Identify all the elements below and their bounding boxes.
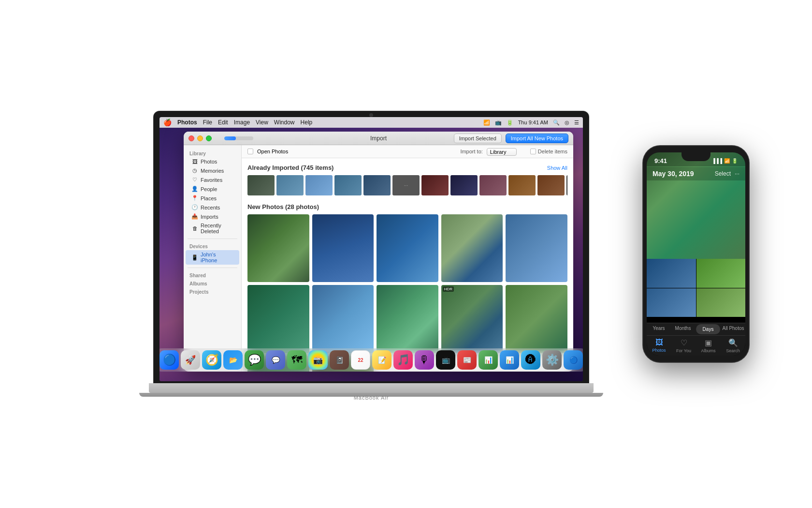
- close-button[interactable]: [188, 135, 194, 141]
- maximize-button[interactable]: [206, 135, 212, 141]
- sidebar-item-iphone[interactable]: 📱 John's iPhone: [186, 250, 239, 265]
- iphone-nav-foryou[interactable]: ♡ For You: [671, 336, 696, 356]
- sidebar-item-imports[interactable]: 📥 Imports: [186, 212, 239, 221]
- import-to-select[interactable]: Library: [487, 148, 517, 156]
- siri-icon[interactable]: ◎: [565, 120, 569, 126]
- iphone-view-tabs: Years Months Days All Photos: [647, 323, 745, 336]
- app-menu-photos[interactable]: Photos: [177, 119, 197, 126]
- dock-finder[interactable]: 🔵: [160, 350, 179, 370]
- sidebar-item-photos[interactable]: 🖼 Photos: [186, 157, 239, 166]
- iphone-tab-days[interactable]: Days: [696, 324, 720, 334]
- search-icon[interactable]: 🔍: [553, 120, 560, 126]
- sidebar-divider-1: [188, 239, 237, 239]
- iphone-battery-icon: 🔋: [732, 158, 738, 164]
- iphone-nav-albums-icon: ▣: [705, 338, 712, 347]
- iphone-select-button[interactable]: Select: [715, 170, 731, 177]
- import-all-button[interactable]: Import All New Photos: [506, 134, 568, 143]
- new-photo-3[interactable]: [377, 214, 438, 282]
- sidebar-item-recently-deleted[interactable]: 🗑 Recently Deleted: [186, 221, 239, 236]
- apple-menu[interactable]: 🍎: [163, 119, 172, 126]
- strip-photo-10[interactable]: [508, 175, 536, 195]
- iphone-grid-photo-3[interactable]: [647, 288, 696, 317]
- iphone-photo-grid: [647, 259, 745, 317]
- dock-notes[interactable]: 📝: [372, 350, 392, 370]
- strip-photo-12[interactable]: [566, 175, 567, 195]
- dock-photos-files[interactable]: 📂: [223, 350, 243, 370]
- dock-appstore[interactable]: 🅐: [521, 350, 540, 370]
- new-photo-10[interactable]: [506, 285, 567, 353]
- dock-numbers[interactable]: 📊: [478, 350, 498, 370]
- minimize-button[interactable]: [197, 135, 203, 141]
- menu-view[interactable]: View: [256, 119, 268, 126]
- menu-window[interactable]: Window: [274, 119, 295, 126]
- iphone-tab-months[interactable]: Months: [671, 323, 695, 335]
- iphone-grid-photo-1[interactable]: [647, 259, 696, 288]
- iphone-bottom-tabs: Years Months Days All Photos 🖼 Photos ♡ …: [647, 323, 745, 356]
- new-photo-5[interactable]: [506, 214, 567, 282]
- sidebar-item-recents[interactable]: 🕐 Recents: [186, 203, 239, 212]
- new-photo-1[interactable]: [247, 214, 309, 282]
- strip-photo-6[interactable]: ···: [392, 175, 420, 195]
- new-photo-9[interactable]: HDR: [441, 285, 503, 353]
- menu-items: Photos File Edit Image View Window Help: [177, 119, 312, 126]
- iphone-grid-photo-2[interactable]: [696, 259, 746, 288]
- sidebar-label-photos: Photos: [201, 159, 217, 164]
- menu-help[interactable]: Help: [301, 119, 313, 126]
- iphone-tab-all-photos[interactable]: All Photos: [721, 323, 745, 335]
- dock-music[interactable]: 🎵: [393, 350, 413, 370]
- menu-file[interactable]: File: [203, 119, 212, 126]
- new-photo-4[interactable]: [441, 214, 503, 282]
- dock-control[interactable]: 🔵: [564, 350, 583, 370]
- strip-photo-3[interactable]: [305, 175, 333, 195]
- iphone-nav-albums[interactable]: ▣ Albums: [696, 336, 721, 356]
- open-photos-row: Open Photos Import to: Library Delete: [242, 145, 573, 158]
- iphone-nav-photos[interactable]: 🖼 Photos: [647, 336, 671, 356]
- dock-news[interactable]: 📰: [457, 350, 477, 370]
- strip-photo-2[interactable]: [276, 175, 304, 195]
- dock-settings[interactable]: ⚙️: [542, 350, 562, 370]
- new-photo-8[interactable]: [377, 285, 438, 353]
- menubar: 🍎 Photos File Edit Image View Window Hel…: [160, 117, 583, 128]
- sidebar-item-people[interactable]: 👤 People: [186, 184, 239, 194]
- new-photo-2[interactable]: [312, 214, 374, 282]
- dock-podcasts[interactable]: 🎙: [415, 350, 434, 370]
- strip-photo-7[interactable]: [421, 175, 449, 195]
- delete-items-checkbox[interactable]: [530, 149, 536, 154]
- dock-safari[interactable]: 🧭: [202, 350, 221, 370]
- new-photos-header: New Photos (28 photos): [247, 203, 567, 210]
- menu-icon[interactable]: ☰: [574, 120, 579, 126]
- strip-photo-4[interactable]: [334, 175, 362, 195]
- dock-discord[interactable]: 💬: [266, 350, 285, 370]
- dock-maps[interactable]: 🗺: [287, 350, 306, 370]
- dock-calendar[interactable]: 22: [351, 350, 370, 370]
- new-photo-6[interactable]: [247, 285, 309, 353]
- dock-photos[interactable]: 📷: [308, 350, 328, 370]
- strip-photo-11[interactable]: [537, 175, 565, 195]
- strip-photo-8[interactable]: [450, 175, 478, 195]
- projects-section-label: Projects: [184, 287, 241, 296]
- iphone-more-button[interactable]: ···: [735, 170, 740, 177]
- strip-photo-9[interactable]: [479, 175, 507, 195]
- iphone-notch: [682, 152, 710, 161]
- sidebar-item-memories[interactable]: ◷ Memories: [186, 166, 239, 175]
- sidebar-item-favorites[interactable]: ♡ Favorites: [186, 175, 239, 184]
- import-selected-button[interactable]: Import Selected: [454, 134, 502, 143]
- iphone-grid-photo-4[interactable]: [696, 288, 746, 317]
- sidebar-item-places[interactable]: 📍 Places: [186, 194, 239, 203]
- open-photos-checkbox[interactable]: [247, 149, 253, 154]
- dock-appletv[interactable]: 📺: [436, 350, 455, 370]
- window-title: Import: [370, 135, 387, 142]
- iphone-wifi-icon: 📶: [724, 158, 730, 164]
- dock-notif[interactable]: 📓: [330, 350, 349, 370]
- dock-launchpad[interactable]: 🚀: [181, 350, 200, 370]
- dock-messages[interactable]: 💬: [245, 350, 264, 370]
- show-all-link[interactable]: Show All: [547, 165, 567, 171]
- strip-photo-1[interactable]: [247, 175, 275, 195]
- menu-edit[interactable]: Edit: [218, 119, 228, 126]
- dock-keynote[interactable]: 📊: [500, 350, 519, 370]
- iphone-nav-search[interactable]: 🔍 Search: [721, 336, 745, 356]
- new-photo-7[interactable]: [312, 285, 374, 353]
- menu-image[interactable]: Image: [234, 119, 250, 126]
- strip-photo-5[interactable]: [363, 175, 391, 195]
- iphone-tab-years[interactable]: Years: [647, 323, 671, 335]
